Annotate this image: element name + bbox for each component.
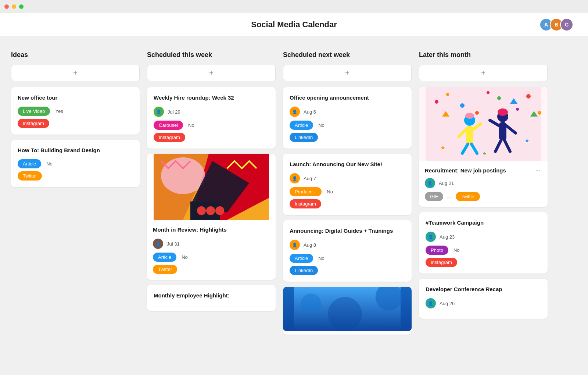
- column-title-scheduled-week: Scheduled this week: [147, 51, 276, 59]
- card-title: Month in Review: Highlights: [153, 226, 270, 233]
- card-title: Monthly Employee Highlight:: [154, 292, 269, 299]
- blue-image: [283, 287, 412, 331]
- card-brand-design: How To: Building Brand Design Article No…: [11, 140, 140, 187]
- svg-point-3: [161, 157, 205, 194]
- avatar-group: A B C: [542, 18, 573, 31]
- user-avatar-devconf: 👤: [426, 298, 436, 308]
- page-title: Social Media Calendar: [251, 20, 337, 29]
- card-image-bottom: [283, 287, 412, 335]
- svg-point-11: [301, 293, 321, 314]
- card-image: [147, 154, 276, 220]
- column-ideas: Ideas + New office tour Live Video Yes I…: [11, 51, 140, 192]
- card-meta: 👤 Aug 8: [290, 240, 405, 250]
- svg-point-21: [538, 111, 541, 115]
- column-scheduled-week: Scheduled this week + Weekly Hire roundu…: [147, 51, 276, 316]
- tag-twitter-1[interactable]: Twitter: [18, 171, 42, 181]
- traffic-light-red[interactable]: [4, 4, 9, 9]
- tag-instagram-hire[interactable]: Instagram: [154, 133, 185, 142]
- tag-no-teamwork: No: [453, 247, 460, 253]
- svg-point-6: [197, 206, 206, 215]
- svg-point-12: [328, 297, 362, 331]
- tag-photo[interactable]: Photo: [426, 246, 448, 255]
- tag-linkedin-guides[interactable]: LinkedIn: [290, 266, 318, 275]
- svg-point-7: [206, 206, 215, 215]
- title-bar: [0, 0, 588, 13]
- add-card-next-week[interactable]: +: [283, 65, 412, 81]
- tag-no-1: No: [46, 161, 53, 167]
- svg-point-40: [498, 108, 508, 116]
- card-title: Launch: Announcing Our New Site!: [290, 160, 405, 168]
- card-date-review: Jul 31: [167, 241, 180, 247]
- tag-article-1[interactable]: Article: [18, 159, 41, 168]
- card-meta: 👤 Aug 7: [290, 173, 405, 183]
- tag-twitter-recruit[interactable]: Twitter: [456, 192, 480, 201]
- card-teamwork: #Teamwork Campaign 👤 Aug 23 Photo No Ins…: [419, 212, 548, 274]
- traffic-light-green[interactable]: [19, 4, 24, 9]
- tag-live-video[interactable]: Live Video: [18, 107, 50, 116]
- app-header: Social Media Calendar A B C: [0, 13, 588, 36]
- card-title: How To: Building Brand Design: [18, 146, 133, 154]
- artwork-image: [147, 154, 276, 220]
- celebration-illustration: ★ ★ ★: [419, 87, 548, 161]
- card-date-teamwork: Aug 23: [440, 234, 455, 240]
- card-tags: Live Video Yes: [18, 107, 133, 116]
- tag-article-office[interactable]: Article: [290, 121, 313, 130]
- tag-twitter-review[interactable]: Twitter: [153, 265, 177, 274]
- card-tags: Article No: [18, 159, 133, 168]
- card-meta: 👤 Aug 26: [426, 298, 541, 308]
- board: Ideas + New office tour Live Video Yes I…: [0, 36, 588, 354]
- more-options-btn[interactable]: ···: [534, 167, 542, 175]
- card-new-site: Launch: Announcing Our New Site! 👤 Aug 7…: [283, 154, 412, 215]
- tag-produce[interactable]: Produce...: [290, 187, 322, 196]
- tag-no-office: No: [318, 122, 325, 128]
- card-title: Developer Conference Recap: [426, 285, 541, 293]
- svg-point-19: [516, 108, 519, 111]
- tag-yes: Yes: [55, 108, 63, 114]
- card-meta: 👤 Jul 31: [153, 239, 270, 249]
- card-date-devconf: Aug 26: [440, 301, 455, 306]
- svg-point-16: [446, 93, 449, 96]
- add-card-later[interactable]: +: [419, 65, 548, 81]
- tag-instagram-1[interactable]: Instagram: [18, 119, 49, 128]
- card-title: New office tour: [18, 94, 133, 101]
- card-date-guides: Aug 8: [304, 242, 316, 248]
- tag-instagram-teamwork[interactable]: Instagram: [426, 258, 457, 267]
- svg-text:★: ★: [440, 144, 445, 151]
- card-meta: 👤 Aug 6: [290, 107, 405, 117]
- tag-instagram-site[interactable]: Instagram: [290, 199, 321, 208]
- user-avatar-office: 👤: [290, 107, 300, 117]
- card-monthly-employee: Monthly Employee Highlight:: [147, 285, 276, 311]
- card-new-office-tour: New office tour Live Video Yes Instagram: [11, 87, 140, 135]
- tag-gif[interactable]: GIF: [425, 192, 443, 201]
- card-meta: 👤 Aug 23: [426, 232, 541, 242]
- traffic-light-yellow[interactable]: [12, 4, 16, 9]
- tag-separator: —: [447, 194, 452, 200]
- card-date-hire: Jul 29: [168, 109, 180, 115]
- tag-no-review: No: [182, 254, 188, 260]
- card-meta: 👤 Jul 29: [154, 107, 269, 117]
- add-card-ideas[interactable]: +: [11, 65, 140, 81]
- avatar-3[interactable]: C: [560, 18, 573, 31]
- user-avatar-review: 👤: [153, 239, 163, 249]
- column-title-ideas: Ideas: [11, 51, 140, 59]
- card-dev-conference: Developer Conference Recap 👤 Aug 26: [419, 279, 548, 319]
- card-title: Recruitment: New job postings: [425, 167, 506, 174]
- svg-point-8: [215, 206, 224, 215]
- tag-carousel[interactable]: Carousel: [154, 121, 183, 130]
- tag-no-hire: No: [188, 122, 194, 128]
- card-date-recruit: Aug 21: [439, 181, 454, 186]
- add-card-scheduled-week[interactable]: +: [147, 65, 276, 81]
- user-avatar-hire: 👤: [154, 107, 164, 117]
- card-recruitment: ★ ★ ★ Recruitment: New job postings ··· …: [419, 87, 548, 207]
- card-date-site: Aug 7: [304, 176, 316, 181]
- tag-article-guides[interactable]: Article: [290, 254, 313, 263]
- tag-linkedin-office[interactable]: LinkedIn: [290, 133, 318, 142]
- card-title: Office opening announcement: [290, 94, 405, 101]
- tag-article-review[interactable]: Article: [153, 253, 176, 262]
- card-meta: 👤 Aug 21: [425, 178, 542, 188]
- card-weekly-hire: Weekly Hire roundup: Week 32 👤 Jul 29 Ca…: [147, 87, 276, 149]
- user-avatar-site: 👤: [290, 173, 300, 183]
- svg-point-17: [460, 103, 465, 108]
- card-title: #Teamwork Campaign: [426, 219, 541, 226]
- user-avatar-guides: 👤: [290, 240, 300, 250]
